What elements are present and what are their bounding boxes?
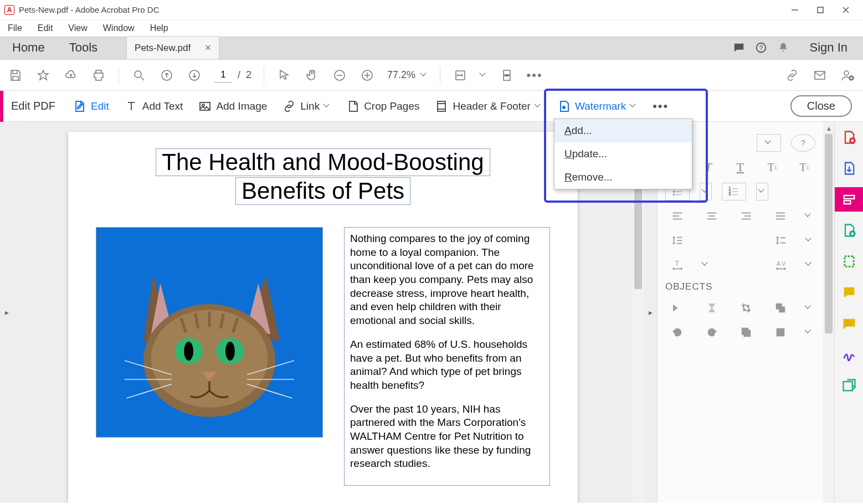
crop-pages-button[interactable]: Crop Pages (338, 91, 427, 122)
page-number-input[interactable] (214, 68, 232, 83)
format-scrollbar[interactable]: ▴ (823, 122, 834, 503)
menu-edit[interactable]: Edit (38, 23, 53, 33)
edit-more-button[interactable]: ••• (645, 99, 676, 114)
align-right-icon[interactable] (734, 207, 758, 225)
watermark-add-item[interactable]: AAdd...dd... (554, 119, 692, 142)
scroll-up-icon[interactable]: ▴ (823, 122, 834, 134)
superscript-icon[interactable]: T1 (761, 158, 783, 176)
subscript-icon[interactable]: T1 (793, 158, 815, 176)
rail-sticky-icon[interactable] (835, 311, 864, 336)
next-page-icon[interactable] (187, 68, 202, 83)
rotate-cw-icon[interactable] (700, 323, 724, 341)
header-footer-button[interactable]: Header & Footer (427, 91, 549, 122)
italic-icon[interactable]: T (697, 158, 720, 176)
notifications-icon[interactable] (772, 36, 794, 59)
share-link-icon[interactable] (784, 68, 800, 83)
svg-rect-17 (815, 71, 825, 79)
format-help-icon[interactable]: ? (791, 134, 815, 152)
svg-rect-90 (843, 382, 852, 390)
heading-line-2[interactable]: Benefits of Pets (235, 177, 410, 205)
help-icon[interactable]: ? (750, 36, 772, 59)
flip-vertical-icon[interactable] (700, 299, 724, 317)
flip-horizontal-icon[interactable] (665, 299, 690, 317)
bullet-list-dropdown[interactable] (700, 183, 712, 200)
rail-comment-icon[interactable] (835, 280, 864, 305)
link-button[interactable]: Link (275, 91, 338, 122)
numbered-list-icon[interactable]: 123 (722, 183, 746, 200)
zoom-dropdown[interactable]: 77.2% (387, 69, 428, 81)
more-tools-icon[interactable]: ••• (527, 68, 542, 83)
tab-home[interactable]: Home (0, 36, 57, 59)
edit-button[interactable]: Edit (65, 91, 117, 122)
print-icon[interactable] (91, 68, 106, 83)
svg-point-45 (673, 191, 675, 193)
menu-view[interactable]: View (68, 23, 87, 33)
left-panel-toggle[interactable]: ▸ (0, 122, 13, 503)
email-icon[interactable] (812, 68, 828, 83)
font-size-dropdown[interactable] (757, 134, 781, 152)
fit-dropdown-icon[interactable] (480, 72, 487, 79)
watermark-button[interactable]: Watermark AAdd...dd... Update... Remove.… (549, 91, 645, 122)
window-close-button[interactable] (833, 0, 859, 20)
rail-edit-pdf-icon[interactable] (835, 187, 864, 212)
crop-icon[interactable] (734, 299, 758, 317)
cloud-upload-icon[interactable] (63, 68, 79, 83)
char-spacing-icon[interactable]: AV (769, 256, 793, 274)
body-text-block[interactable]: Nothing compares to the joy of coming ho… (344, 227, 550, 486)
tab-document[interactable]: Pets-New.pdf × (126, 36, 219, 59)
comments-icon[interactable] (728, 36, 750, 59)
search-icon[interactable] (131, 68, 147, 83)
rail-combine-icon[interactable] (835, 218, 864, 243)
tab-close-icon[interactable]: × (205, 42, 211, 54)
watermark-update-item[interactable]: Update... (554, 142, 692, 166)
align-center-icon[interactable] (700, 207, 724, 225)
hand-tool-icon[interactable] (304, 68, 320, 83)
fit-width-icon[interactable] (453, 68, 468, 83)
select-tool-icon[interactable] (276, 68, 292, 83)
scroll-thumb[interactable] (825, 134, 833, 333)
save-icon[interactable] (8, 68, 23, 83)
rail-sign-icon[interactable] (835, 342, 864, 367)
paragraph-spacing-icon[interactable] (769, 232, 793, 249)
tab-tools[interactable]: Tools (57, 36, 110, 59)
star-icon[interactable] (35, 68, 51, 83)
hscale-dropdown[interactable] (700, 256, 712, 274)
group-dropdown[interactable] (803, 323, 815, 341)
arrange-dropdown[interactable] (803, 299, 815, 317)
close-button[interactable]: Close (790, 95, 852, 117)
share-user-icon[interactable] (840, 68, 855, 83)
heading-line-1[interactable]: The Health and Mood-Boosting (156, 148, 490, 176)
rail-create-pdf-icon[interactable] (835, 125, 864, 150)
watermark-remove-item[interactable]: Remove... (554, 166, 692, 189)
rail-more-icon[interactable] (835, 373, 864, 398)
group-icon[interactable] (768, 323, 793, 341)
scroll-mode-icon[interactable] (499, 68, 515, 83)
menu-help[interactable]: Help (150, 23, 168, 33)
charspace-dropdown[interactable] (803, 256, 815, 274)
align-dropdown[interactable] (803, 207, 815, 225)
arrange-icon[interactable] (768, 299, 793, 317)
zoom-in-icon[interactable] (359, 68, 375, 83)
document-area[interactable]: The Health and Mood-Boosting Benefits of… (13, 122, 633, 503)
underline-icon[interactable]: T (730, 158, 752, 176)
window-maximize-button[interactable] (808, 0, 833, 20)
line-spacing-icon[interactable] (665, 232, 690, 249)
align-left-icon[interactable] (665, 207, 690, 225)
rail-organize-icon[interactable] (835, 249, 864, 274)
zoom-out-icon[interactable] (332, 68, 347, 83)
sign-in-link[interactable]: Sign In (794, 36, 864, 59)
prev-page-icon[interactable] (159, 68, 174, 83)
menu-window[interactable]: Window (103, 23, 135, 33)
numbered-list-dropdown[interactable] (756, 183, 768, 200)
replace-image-icon[interactable] (734, 323, 758, 341)
pet-image[interactable] (96, 227, 323, 438)
window-minimize-button[interactable] (782, 0, 808, 20)
add-image-button[interactable]: Add Image (191, 91, 275, 122)
align-justify-icon[interactable] (768, 207, 793, 225)
menu-file[interactable]: File (8, 23, 22, 33)
rail-export-pdf-icon[interactable] (835, 156, 864, 181)
rotate-ccw-icon[interactable] (665, 323, 690, 341)
spacing-dropdown[interactable] (803, 232, 815, 249)
horizontal-scale-icon[interactable]: T (665, 256, 690, 274)
add-text-button[interactable]: Add Text (117, 91, 191, 122)
